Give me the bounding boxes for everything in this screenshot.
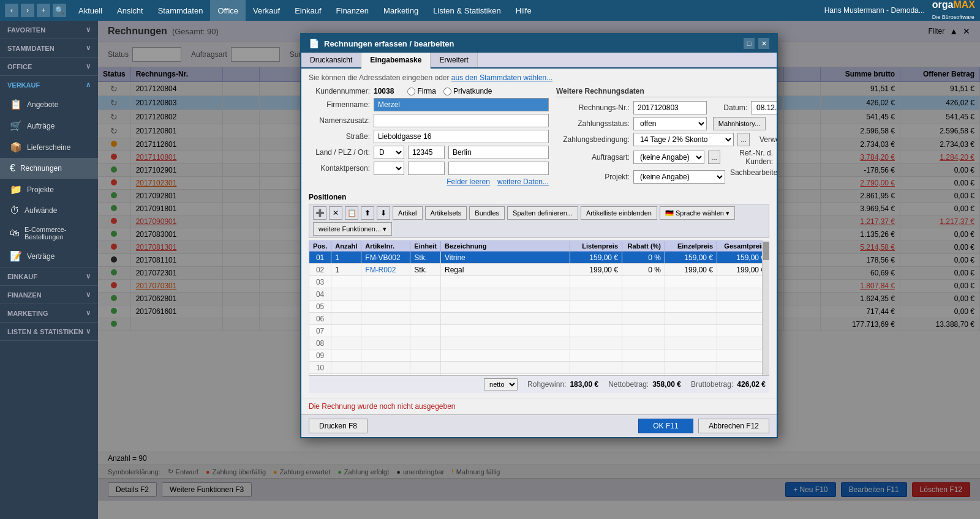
pos-col-bezeichnung[interactable]: Bezeichnung [440, 241, 570, 252]
felder-leeren-link[interactable]: Felder leeren [447, 177, 490, 186]
land-select[interactable]: D [374, 146, 404, 159]
ort-input[interactable] [448, 146, 549, 159]
radio-firma[interactable]: Firma [407, 87, 436, 95]
zahlungsbedingung-edit-button[interactable]: … [737, 133, 750, 146]
plz-input[interactable] [408, 146, 445, 159]
nav-new-tab-button[interactable]: + [37, 4, 50, 17]
pos-table-row[interactable]: 01 1 FM-VB002 Stk. Vitrine 159,00 € 0 % … [309, 252, 769, 264]
pos-down-button[interactable]: ⬇ [377, 206, 390, 220]
weitere-daten-link[interactable]: weitere Daten... [497, 177, 549, 186]
sidebar-item-lieferscheine[interactable]: 📦 Lieferscheine [0, 136, 98, 158]
radio-firma-input[interactable] [407, 88, 415, 95]
pos-table-row[interactable]: 04 [309, 288, 769, 301]
rechnungsnr-input[interactable] [633, 101, 707, 114]
pos-cell-artikelnr [361, 288, 410, 301]
pos-col-einzelpreis[interactable]: Einzelpreis [665, 241, 717, 252]
menu-item-aktuell[interactable]: Aktuell [71, 0, 110, 21]
radio-privatkunde[interactable]: Privatkunde [443, 87, 492, 95]
sidebar-section-marketing-header[interactable]: MARKETING ∨ [0, 304, 98, 322]
sidebar-section-favoriten: FAVORITEN ∨ [0, 21, 98, 39]
pos-col-listenpreis[interactable]: Listenpreis [570, 241, 622, 252]
bundles-button[interactable]: Bundles [469, 206, 505, 220]
pos-table-row[interactable]: 05 [309, 301, 769, 313]
namenszusatz-input[interactable] [374, 114, 549, 127]
pos-table-row[interactable]: 03 [309, 276, 769, 288]
weitere-funktionen-modal-button[interactable]: weitere Funktionen... ▾ [313, 222, 392, 236]
sidebar-section-office-header[interactable]: OFFICE ∨ [0, 58, 98, 75]
pos-table-row[interactable]: 10 [309, 362, 769, 374]
sprache-waehlen-button[interactable]: 🇩🇪 Sprache wählen ▾ [660, 206, 735, 220]
sidebar-section-finanzen-header[interactable]: FINANZEN ∨ [0, 286, 98, 304]
spalten-definieren-button[interactable]: Spalten definieren... [507, 206, 578, 220]
menu-item-marketing[interactable]: Marketing [376, 0, 426, 21]
menu-item-hilfe[interactable]: Hilfe [508, 0, 539, 21]
sidebar-section-listen-header[interactable]: LISTEN & STATISTIKEN ∨ [0, 323, 98, 340]
menu-item-einkauf[interactable]: Einkauf [287, 0, 328, 21]
pos-col-anzahl[interactable]: Anzahl [331, 241, 361, 252]
auftragsart-edit-button[interactable]: … [708, 151, 720, 164]
sidebar-item-vertraege[interactable]: 📝 Verträge [0, 245, 98, 267]
menu-item-finanzen[interactable]: Finanzen [329, 0, 376, 21]
nav-back-button[interactable]: ‹ [5, 4, 18, 17]
modal-close-button[interactable]: ✕ [758, 38, 769, 49]
zahlungsstatus-select[interactable]: offen [633, 117, 707, 130]
pos-add-button[interactable]: ➕ [313, 206, 326, 220]
nav-search-button[interactable]: 🔍 [53, 4, 66, 17]
menu-item-office[interactable]: Office [210, 0, 246, 21]
artikelliste-button[interactable]: Artikelliste einblenden [581, 206, 657, 220]
pos-col-artikelnr[interactable]: Artikelnr. [361, 241, 410, 252]
projekt-select[interactable]: (keine Angabe) [633, 170, 725, 184]
pos-table-row[interactable]: 09 [309, 349, 769, 362]
pos-up-button[interactable]: ⬆ [361, 206, 374, 220]
kontaktperson-anrede-select[interactable] [374, 162, 404, 175]
sidebar-section-verkauf-header[interactable]: VERKAUF ∧ [0, 76, 98, 94]
artikelsets-button[interactable]: Artikelsets [425, 206, 467, 220]
radio-privatkunde-input[interactable] [443, 88, 451, 95]
sidebar-item-projekte[interactable]: 📁 Projekte [0, 179, 98, 200]
sidebar-section-favoriten-header[interactable]: FAVORITEN ∨ [0, 21, 98, 39]
pos-col-pos[interactable]: Pos. [309, 241, 331, 252]
sidebar-item-auftraege[interactable]: 🛒 Aufträge [0, 115, 98, 136]
kontaktperson-nachname-input[interactable] [448, 162, 549, 175]
stammdaten-link[interactable]: aus den Stammdaten wählen... [451, 73, 552, 82]
mahnhistory-button[interactable]: Mahnhistory... [713, 117, 766, 130]
pos-table-row[interactable]: 08 [309, 337, 769, 349]
zahlungsbedingung-select[interactable]: 14 Tage / 2% Skonto [633, 133, 734, 146]
sidebar-item-rechnungen[interactable]: € Rechnungen [0, 158, 98, 179]
firmenname-input[interactable] [374, 98, 549, 111]
auftragsart-select[interactable]: (keine Angabe) [633, 151, 704, 164]
pos-table-row[interactable]: 11 [309, 374, 769, 376]
sidebar-section-stammdaten-header[interactable]: STAMMDATEN ∨ [0, 39, 98, 57]
pos-col-rabatt[interactable]: Rabatt (%) [622, 241, 665, 252]
modal-tab-eingabemaske[interactable]: Eingabemaske [361, 53, 431, 69]
strasse-input[interactable] [374, 130, 549, 143]
modal-tab-erweitert[interactable]: Erweitert [431, 53, 477, 67]
pos-table-row[interactable]: 07 [309, 325, 769, 337]
artikel-button[interactable]: Artikel [393, 206, 423, 220]
pos-table-row[interactable]: 02 1 FM-R002 Stk. Regal 199,00 € 0 % 199… [309, 264, 769, 276]
pos-col-gesamtpreis[interactable]: Gesamtpreis [717, 241, 769, 252]
menu-item-stammdaten[interactable]: Stammdaten [151, 0, 211, 21]
modal-tab-druckansicht[interactable]: Druckansicht [301, 53, 361, 67]
sidebar-section-einkauf-header[interactable]: EINKAUF ∨ [0, 267, 98, 285]
pos-scrollbar[interactable] [762, 241, 769, 375]
datum-select[interactable]: 08.12.2017 [751, 101, 777, 114]
modal-maximize-button[interactable]: □ [744, 38, 755, 49]
netto-select[interactable]: netto [484, 378, 518, 390]
abbrechen-button[interactable]: Abbrechen F12 [698, 419, 769, 433]
pos-copy-button[interactable]: 📋 [345, 206, 358, 220]
pos-table-row[interactable]: 06 [309, 313, 769, 325]
sidebar-item-angebote[interactable]: 📋 Angebote [0, 94, 98, 115]
pos-delete-button[interactable]: ✕ [329, 206, 342, 220]
rohgewinn-item: Rohgewinn: 183,00 € [527, 380, 598, 389]
pos-col-einheit[interactable]: Einheit [410, 241, 441, 252]
menu-item-listen[interactable]: Listen & Statistiken [426, 0, 508, 21]
sidebar-item-ecommerce[interactable]: 🛍 E-Commerce-Bestellungen [0, 221, 98, 245]
nav-forward-button[interactable]: › [21, 4, 34, 17]
menu-item-verkauf[interactable]: Verkauf [246, 0, 287, 21]
kontaktperson-vorname-input[interactable] [408, 162, 445, 175]
sidebar-item-aufwaende[interactable]: ⏱ Aufwände [0, 200, 98, 221]
drucken-button[interactable]: Drucken F8 [309, 419, 368, 433]
ok-button[interactable]: OK F11 [638, 419, 693, 433]
menu-item-ansicht[interactable]: Ansicht [110, 0, 151, 21]
